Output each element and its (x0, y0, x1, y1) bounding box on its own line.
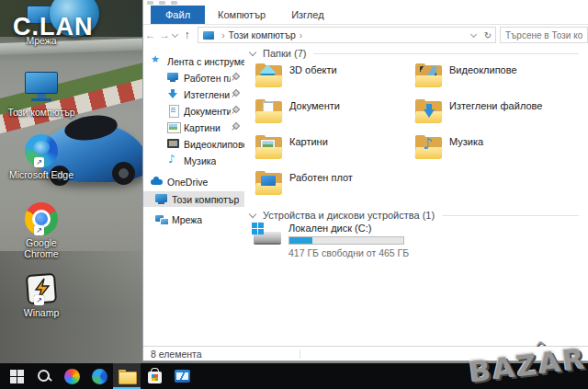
tab-view[interactable]: Изглед (278, 6, 336, 24)
taskbar-mail-button[interactable] (168, 363, 196, 389)
taskbar-store-button[interactable] (141, 363, 168, 389)
sidebar-item-desktop[interactable]: Работен плот (143, 70, 244, 86)
screen: Мрежа Този компютър ↗ Microsoft Edge ↗ G… (0, 0, 588, 389)
videos-folder-icon (415, 63, 443, 88)
desktop-icon-label: Мрежа (26, 35, 56, 46)
sidebar-item-pictures[interactable]: Картини (143, 120, 244, 135)
desktop-icon-winamp[interactable]: ↗ Winamp (5, 272, 78, 318)
item-count: 8 елемента (151, 349, 202, 360)
documents-folder-icon (255, 98, 283, 124)
sidebar-item-downloads[interactable]: Изтеглени файлове (143, 86, 244, 102)
status-bar: 8 елемента (143, 346, 588, 360)
shortcut-arrow-icon: ↗ (34, 295, 44, 305)
chrome-icon: ↗ (21, 202, 62, 235)
start-button[interactable] (3, 363, 30, 389)
network-small-icon (155, 213, 167, 225)
navigation-bar: ← → ↑ › Този компютър › ↻ (143, 26, 588, 44)
address-dropdown-button[interactable] (466, 28, 481, 42)
microsoft-store-icon (148, 372, 162, 383)
videos-icon (167, 138, 179, 150)
taskbar-search-button[interactable] (30, 363, 58, 389)
sidebar-item-music[interactable]: Музика (143, 153, 244, 168)
sidebar-item-onedrive[interactable]: OneDrive (143, 174, 244, 189)
desktop-icon-chrome[interactable]: ↗ Google Chrome (5, 202, 78, 259)
quick-access-star-icon (151, 55, 163, 67)
network-icon (21, 0, 62, 33)
sidebar-item-quick-access[interactable]: Лента с инструменти (143, 53, 244, 69)
desktop-icon-this-pc[interactable]: Този компютър (5, 72, 78, 118)
drive-name: Локален диск (C:) (288, 223, 409, 234)
folder-tile-documents[interactable]: Документи (255, 98, 410, 132)
folder-tile-3d-objects[interactable]: 3D обекти (255, 63, 410, 96)
sidebar-item-documents[interactable]: Документи (143, 103, 244, 119)
taskbar-edge-button[interactable] (85, 363, 113, 389)
breadcrumb[interactable]: Този компютър (229, 29, 296, 40)
copilot-icon (64, 369, 80, 384)
recent-locations-chevron-icon[interactable] (172, 31, 178, 38)
file-explorer-window: Файл Компютър Изглед ← → ↑ › Този компют… (142, 0, 588, 361)
sidebar-item-this-pc[interactable]: Този компютър (143, 191, 244, 207)
desktop-icon-label: Microsoft Edge (9, 169, 74, 180)
desktop-icon-edge[interactable]: ↗ Microsoft Edge (5, 134, 78, 180)
downloads-icon (167, 88, 179, 100)
folders-section-header[interactable]: Папки (7) (250, 48, 579, 59)
breadcrumb-chevron-icon[interactable]: › (296, 30, 306, 40)
quick-access-toolbar[interactable] (147, 1, 177, 5)
this-pc-small-icon (155, 193, 167, 205)
search-icon (37, 369, 51, 383)
drive-capacity-bar (288, 236, 404, 245)
desktop-icon-label: Winamp (24, 307, 60, 318)
downloads-folder-icon (415, 98, 443, 124)
sidebar-item-network[interactable]: Мрежа (143, 212, 244, 227)
pin-icon (231, 107, 239, 115)
forward-button[interactable]: → (157, 29, 171, 41)
pin-icon (231, 90, 239, 98)
desktop-icon-label: Google Chrome (7, 237, 75, 259)
windows-flag-icon (252, 223, 264, 235)
desktop-icon-label: Този компютър (7, 107, 74, 118)
ribbon-tabs: Файл Компютър Изглед (143, 6, 588, 25)
drive-used-fill (289, 237, 312, 244)
pictures-folder-icon (255, 134, 283, 160)
tab-file[interactable]: Файл (151, 6, 205, 24)
folder-tile-music[interactable]: ♪ Музика (415, 134, 570, 167)
refresh-button[interactable]: ↻ (481, 28, 495, 42)
3d-objects-folder-icon (255, 63, 283, 88)
taskbar (0, 363, 588, 389)
onedrive-cloud-icon (151, 176, 163, 188)
hard-drive-icon (252, 223, 283, 248)
collapse-chevron-icon[interactable] (249, 210, 256, 217)
edge-icon: ↗ (21, 134, 62, 167)
pin-icon (231, 123, 239, 132)
taskbar-file-explorer-button[interactable] (113, 363, 141, 389)
folder-tile-videos[interactable]: Видеоклипове (415, 63, 570, 96)
mail-icon (175, 370, 190, 383)
devices-section-header[interactable]: Устройства и дискови устройства (1) (250, 210, 579, 221)
sidebar-item-videos[interactable]: Видеоклипове (143, 136, 244, 152)
pictures-icon (167, 121, 179, 133)
folder-tile-downloads[interactable]: Изтеглени файлове (415, 98, 570, 132)
folder-tile-pictures[interactable]: Картини (255, 134, 410, 167)
search-input[interactable] (500, 27, 588, 43)
winamp-icon: ↗ (21, 272, 62, 305)
drive-free-space: 417 ГБ свободни от 465 ГБ (288, 247, 409, 258)
address-bar[interactable]: › Този компютър › ↻ (198, 27, 496, 43)
drive-tile-local-disk-c[interactable]: Локален диск (C:) 417 ГБ свободни от 465… (252, 223, 409, 258)
pin-icon (231, 74, 239, 82)
file-explorer-icon (119, 370, 135, 383)
this-pc-icon (21, 72, 62, 105)
desktop-icon-network[interactable]: Мрежа (5, 0, 78, 46)
explorer-body: Лента с инструменти Работен плот Изтегле… (143, 44, 588, 347)
back-button[interactable]: ← (143, 29, 157, 41)
music-folder-icon: ♪ (415, 134, 443, 160)
taskbar-copilot-button[interactable] (58, 363, 85, 389)
this-pc-small-icon (203, 31, 214, 40)
music-icon (167, 154, 179, 166)
folder-tile-desktop[interactable]: Работен плот (255, 170, 410, 203)
tab-computer[interactable]: Компютър (205, 6, 278, 24)
desktop-folder-icon (255, 170, 283, 196)
collapse-chevron-icon[interactable] (249, 48, 256, 55)
breadcrumb-chevron-icon: › (218, 30, 228, 40)
up-button[interactable]: ↑ (180, 29, 194, 41)
navigation-pane: Лента с инструменти Работен плот Изтегле… (143, 44, 244, 347)
